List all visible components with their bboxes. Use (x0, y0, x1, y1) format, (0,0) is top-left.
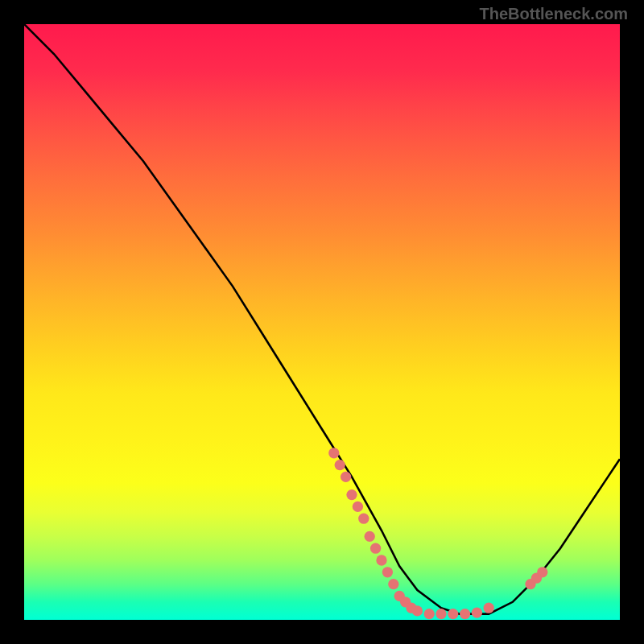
data-marker (472, 607, 482, 617)
data-marker (436, 609, 446, 619)
data-marker (537, 567, 547, 577)
data-marker (424, 609, 435, 619)
data-marker (341, 472, 351, 482)
plot-area (24, 24, 620, 620)
data-marker (358, 514, 369, 524)
chart-container: TheBottleneck.com (0, 0, 644, 644)
data-marker (328, 448, 339, 458)
curve-svg (24, 24, 620, 620)
data-marker (382, 567, 393, 577)
data-marker (388, 579, 398, 589)
data-marker (335, 460, 345, 470)
data-marker (346, 489, 357, 500)
data-marker (448, 609, 458, 619)
data-marker (353, 502, 363, 512)
bottleneck-curve (24, 24, 620, 614)
data-marker (412, 605, 423, 616)
data-markers (328, 448, 547, 619)
data-marker (376, 555, 386, 565)
data-marker (365, 531, 375, 542)
data-marker (370, 543, 381, 554)
watermark-text: TheBottleneck.com (480, 5, 628, 23)
data-marker (484, 603, 494, 613)
data-marker (460, 609, 470, 619)
